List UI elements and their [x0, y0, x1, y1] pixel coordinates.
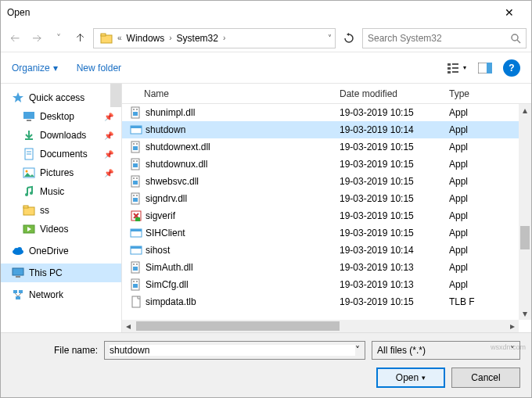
- chevron-down-icon[interactable]: ˅: [355, 345, 360, 356]
- scroll-left-icon[interactable]: ◂: [122, 321, 135, 332]
- back-button[interactable]: 🡠: [5, 29, 24, 48]
- file-date: 19-03-2019 10:15: [340, 228, 449, 238]
- file-icon: [128, 296, 144, 308]
- pictures-icon: [23, 167, 35, 179]
- sidebar-item-desktop[interactable]: Desktop📌: [1, 107, 121, 126]
- svg-rect-32: [13, 290, 17, 293]
- refresh-button[interactable]: [339, 28, 359, 48]
- svg-rect-42: [131, 126, 142, 128]
- view-options-button[interactable]: ▾: [447, 59, 467, 77]
- pin-icon: 📌: [104, 169, 113, 177]
- scroll-right-icon[interactable]: ▸: [506, 321, 519, 332]
- svg-rect-44: [133, 146, 138, 150]
- scroll-up-icon[interactable]: ▴: [519, 104, 531, 117]
- cancel-button[interactable]: Cancel: [451, 368, 520, 388]
- close-button[interactable]: ✕: [494, 6, 525, 19]
- folder-icon: [97, 30, 116, 46]
- file-date: 19-03-2019 10:13: [340, 262, 449, 273]
- sidebar-item-label: Downloads: [40, 130, 86, 141]
- svg-rect-70: [133, 284, 138, 288]
- new-folder-button[interactable]: New folder: [77, 63, 121, 74]
- column-headers[interactable]: Name Date modified Type: [122, 84, 531, 104]
- filename-combo[interactable]: ˅: [104, 341, 365, 360]
- svg-marker-12: [13, 92, 23, 102]
- search-input[interactable]: [368, 33, 505, 44]
- svg-rect-30: [13, 268, 23, 275]
- svg-rect-34: [16, 296, 20, 299]
- open-button[interactable]: Open▾: [376, 368, 445, 388]
- sidebar-item-documents[interactable]: Documents📌: [1, 145, 121, 163]
- column-date[interactable]: Date modified: [340, 88, 449, 99]
- file-row[interactable]: sigverif19-03-2019 10:15Appl: [122, 207, 531, 224]
- preview-pane-button[interactable]: [475, 59, 495, 77]
- file-row[interactable]: shutdownext.dll19-03-2019 10:15Appl: [122, 138, 531, 156]
- breadcrumb-seg-2[interactable]: System32: [174, 31, 221, 45]
- music-icon: [23, 185, 35, 198]
- sidebar-item-pictures[interactable]: Pictures📌: [1, 163, 121, 182]
- watermark: wsxdn.com: [491, 343, 526, 351]
- scroll-thumb[interactable]: [520, 226, 530, 249]
- sidebar-onedrive[interactable]: OneDrive: [1, 242, 121, 260]
- help-button[interactable]: ?: [503, 59, 520, 77]
- file-row[interactable]: simpdata.tlb19-03-2019 10:15TLB F: [122, 293, 531, 310]
- up-button[interactable]: 🡡: [71, 29, 90, 48]
- organize-menu[interactable]: Organize▾: [12, 63, 58, 74]
- chevron-left-icon: «: [117, 34, 122, 42]
- column-name[interactable]: Name: [144, 88, 340, 99]
- svg-rect-66: [133, 267, 138, 271]
- vertical-scrollbar[interactable]: ▴ ▾: [519, 104, 531, 320]
- svg-point-72: [136, 281, 138, 282]
- svg-point-53: [133, 177, 135, 179]
- svg-point-46: [136, 143, 138, 145]
- file-icon: [128, 227, 144, 239]
- file-row[interactable]: sihost19-03-2019 10:14Appl: [122, 242, 531, 259]
- svg-point-39: [133, 109, 135, 110]
- svg-rect-31: [16, 276, 20, 278]
- horizontal-scrollbar[interactable]: ◂ ▸: [122, 320, 519, 332]
- forward-button[interactable]: 🡢: [27, 29, 46, 48]
- svg-rect-33: [19, 290, 23, 293]
- sidebar-item-music[interactable]: Music: [1, 182, 121, 201]
- chevron-right-icon: ›: [223, 34, 225, 42]
- scroll-down-icon[interactable]: ▾: [519, 307, 531, 320]
- network-icon: [12, 289, 24, 301]
- column-type[interactable]: Type: [449, 88, 531, 99]
- sidebar-quick-access[interactable]: Quick access: [1, 88, 121, 107]
- search-icon[interactable]: [510, 33, 521, 44]
- file-row[interactable]: shutdownux.dll19-03-2019 10:15Appl: [122, 156, 531, 173]
- svg-point-29: [17, 247, 22, 252]
- filename-input[interactable]: [110, 345, 355, 356]
- svg-rect-73: [132, 296, 140, 307]
- recent-dropdown[interactable]: ˅: [49, 29, 68, 48]
- svg-point-21: [25, 193, 28, 196]
- file-row[interactable]: signdrv.dll19-03-2019 10:15Appl: [122, 190, 531, 207]
- search-box[interactable]: [362, 28, 527, 48]
- file-list[interactable]: shunimpl.dll19-03-2019 10:15Applshutdown…: [122, 104, 531, 332]
- breadcrumb-seg-1[interactable]: Windows: [124, 31, 168, 45]
- svg-point-71: [133, 281, 135, 282]
- file-row[interactable]: shutdown19-03-2019 10:14Appl: [122, 121, 531, 138]
- history-dropdown[interactable]: ˅: [328, 34, 332, 42]
- svg-line-35: [15, 293, 18, 296]
- file-row[interactable]: SimAuth.dll19-03-2019 10:13Appl: [122, 259, 531, 276]
- file-name: sihost: [144, 245, 340, 256]
- file-icon: [128, 141, 144, 153]
- file-row[interactable]: SimCfg.dll19-03-2019 10:13Appl: [122, 276, 531, 293]
- file-row[interactable]: shunimpl.dll19-03-2019 10:15Appl: [122, 104, 531, 121]
- svg-point-54: [136, 177, 138, 179]
- svg-point-49: [133, 160, 135, 162]
- file-row[interactable]: shwebsvc.dll19-03-2019 10:15Appl: [122, 173, 531, 190]
- filename-label: File name:: [12, 345, 98, 356]
- file-name: shwebsvc.dll: [144, 176, 340, 187]
- sidebar-item-ss[interactable]: ss: [1, 201, 121, 220]
- address-bar[interactable]: « Windows › System32 › ˅: [93, 28, 336, 48]
- sidebar-item-videos[interactable]: Videos: [1, 220, 121, 238]
- chevron-right-icon: ›: [169, 34, 171, 42]
- scroll-thumb[interactable]: [136, 321, 340, 331]
- sidebar-item-downloads[interactable]: Downloads📌: [1, 126, 121, 145]
- svg-rect-5: [448, 67, 451, 70]
- svg-rect-14: [27, 120, 31, 121]
- sidebar-network[interactable]: Network: [1, 285, 121, 304]
- file-row[interactable]: SIHClient19-03-2019 10:15Appl: [122, 224, 531, 242]
- sidebar-this-pc[interactable]: This PC: [1, 264, 121, 282]
